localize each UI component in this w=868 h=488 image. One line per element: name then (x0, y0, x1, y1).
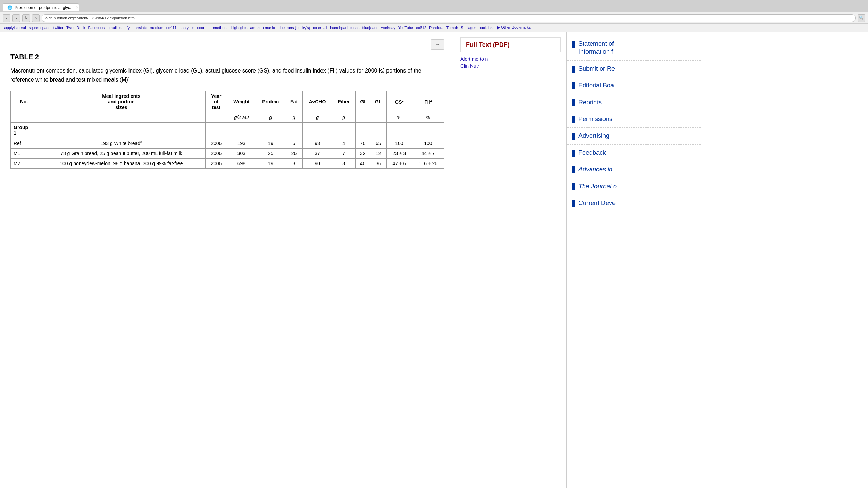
bookmark-medium[interactable]: medium (150, 26, 164, 30)
pdf-panel: Full Text (PDF) Alert me to n Clin Nutr (455, 32, 566, 488)
sidebar-item-reprints[interactable]: Reprints (567, 94, 701, 111)
sidebar-bar-icon (572, 41, 575, 48)
sidebar-item-editorial[interactable]: Editorial Boa (567, 77, 701, 94)
table-header-row: No. Meal ingredientsand portionsizes Yea… (11, 91, 444, 112)
table-row: M1 78 g Grain bread, 25 g peanut butter,… (11, 148, 444, 158)
bookmark-tumblr[interactable]: Tumblr (446, 26, 458, 30)
bookmark-tushar[interactable]: tushar bluejeans (350, 26, 378, 30)
row-m1-fii: 44 ± 7 (412, 148, 444, 158)
content-wrapper: → TABLE 2 Macronutrient composition, cal… (0, 32, 868, 488)
bookmark-econmeth[interactable]: econmathmethods (197, 26, 228, 30)
row-m2-no: M2 (11, 158, 37, 168)
unit-fat: g (285, 112, 303, 123)
group1-empty3 (227, 123, 256, 138)
row-ref-weight: 193 (227, 138, 256, 149)
unit-ingredients (37, 112, 205, 123)
sidebar-item-journal[interactable]: The Journal o (567, 178, 701, 195)
search-button[interactable]: 🔍 (858, 14, 865, 22)
row-m1-no: M1 (11, 148, 37, 158)
tab-close-button[interactable]: ✕ (76, 6, 78, 9)
col-gl: GL (370, 91, 387, 112)
unit-fiber: g (332, 112, 356, 123)
sidebar-bar-icon (572, 133, 575, 140)
bookmark-twitter[interactable]: twitter (53, 26, 64, 30)
row-m1-weight: 303 (227, 148, 256, 158)
col-gi: GI (356, 91, 370, 112)
row-m2-year: 2006 (205, 158, 227, 168)
arrow-button[interactable]: → (431, 39, 444, 50)
bookmark-pandora[interactable]: Pandora (429, 26, 444, 30)
row-m2-gs: 47 ± 6 (387, 158, 412, 168)
forward-button[interactable]: › (12, 14, 20, 22)
back-button[interactable]: ‹ (3, 14, 10, 22)
bookmark-storify[interactable]: storify (119, 26, 130, 30)
row-ref-avcho: 93 (302, 138, 332, 149)
col-fii: FII2 (412, 91, 444, 112)
group1-empty4 (256, 123, 285, 138)
row-m1-avcho: 37 (302, 148, 332, 158)
row-m1-ingredients: 78 g Grain bread, 25 g peanut butter, 20… (37, 148, 205, 158)
group1-empty2 (205, 123, 227, 138)
bookmark-coemail[interactable]: co email (313, 26, 327, 30)
sidebar-bar-icon (572, 166, 575, 173)
row-m2-fiber: 3 (332, 158, 356, 168)
sidebar-item-advertising[interactable]: Advertising (567, 128, 701, 144)
sidebar-label-reprints: Reprints (578, 99, 602, 107)
row-m2-gi: 40 (356, 158, 370, 168)
table-title: TABLE 2 (10, 53, 444, 61)
col-fiber: Fiber (332, 91, 356, 112)
sidebar-item-advances[interactable]: Advances in (567, 161, 701, 178)
row-m2-fat: 3 (285, 158, 303, 168)
col-avcho: AvCHO (302, 91, 332, 112)
sidebar-item-submit[interactable]: Submit or Re (567, 61, 701, 77)
bookmark-highlights[interactable]: highlights (231, 26, 247, 30)
sidebar-item-feedback[interactable]: Feedback (567, 145, 701, 161)
sidebar-item-current[interactable]: Current Deve (567, 195, 701, 211)
bookmark-analytics[interactable]: analytics (180, 26, 194, 30)
row-ref-fat: 5 (285, 138, 303, 149)
bookmark-workday[interactable]: workday (381, 26, 395, 30)
arrow-icon: → (435, 42, 440, 47)
group1-empty10 (387, 123, 412, 138)
unit-weight: g/2 MJ (227, 112, 256, 123)
sidebar-bar-icon (572, 116, 575, 123)
bookmark-other[interactable]: ▶ Other Bookmarks (497, 25, 531, 30)
sidebar-item-permissions[interactable]: Permissions (567, 111, 701, 128)
col-weight: Weight (227, 91, 256, 112)
row-m1-gi: 32 (356, 148, 370, 158)
sidebar-item-statement[interactable]: Statement ofInformation f (567, 36, 701, 61)
alert-line2: Clin Nutr (460, 63, 479, 69)
bookmark-supplyisideral[interactable]: supplyisideral (3, 26, 26, 30)
table-row: M2 100 g honeydew-melon, 98 g banana, 30… (11, 158, 444, 168)
bookmark-launchpad[interactable]: launchpad (330, 26, 348, 30)
alert-text: Alert me to n Clin Nutr (460, 56, 561, 69)
bookmark-schlager[interactable]: Schlager (461, 26, 476, 30)
bookmark-tweetdeck[interactable]: TweetDeck (66, 26, 85, 30)
group1-empty8 (356, 123, 370, 138)
bookmark-backlinks[interactable]: backlinks (479, 26, 494, 30)
tab-favicon: 🌐 (7, 5, 12, 10)
bookmark-ec411[interactable]: ec411 (166, 26, 177, 30)
bookmark-bluejeans[interactable]: bluejeans (becky's) (277, 26, 310, 30)
sidebar-bar-icon (572, 82, 575, 89)
alert-line1: Alert me to n (460, 56, 488, 62)
refresh-button[interactable]: ↻ (22, 14, 30, 22)
row-ref-gs: 100 (387, 138, 412, 149)
bookmark-amazon[interactable]: amazon music (250, 26, 275, 30)
article-area: → TABLE 2 Macronutrient composition, cal… (0, 32, 455, 488)
right-sidebar: Statement ofInformation f Submit or Re E… (566, 32, 701, 488)
home-button[interactable]: ⌂ (32, 14, 40, 22)
bookmark-gmail[interactable]: gmail (108, 26, 117, 30)
row-m2-weight: 698 (227, 158, 256, 168)
active-tab[interactable]: 🌐 Prediction of postprandial glyc... ✕ (3, 3, 79, 11)
row-m2-protein: 19 (256, 158, 285, 168)
bookmark-youtube[interactable]: YouTube (398, 26, 413, 30)
bookmark-ec612[interactable]: ec612 (416, 26, 426, 30)
bookmark-translate[interactable]: translate (132, 26, 147, 30)
group1-empty11 (412, 123, 444, 138)
bookmark-facebook[interactable]: Facebook (88, 26, 105, 30)
bookmark-squarespace[interactable]: squarespace (29, 26, 51, 30)
browser-chrome: 🌐 Prediction of postprandial glyc... ✕ ‹… (0, 0, 868, 32)
full-text-pdf-link[interactable]: Full Text (PDF) (460, 37, 561, 52)
address-bar[interactable] (42, 14, 856, 22)
